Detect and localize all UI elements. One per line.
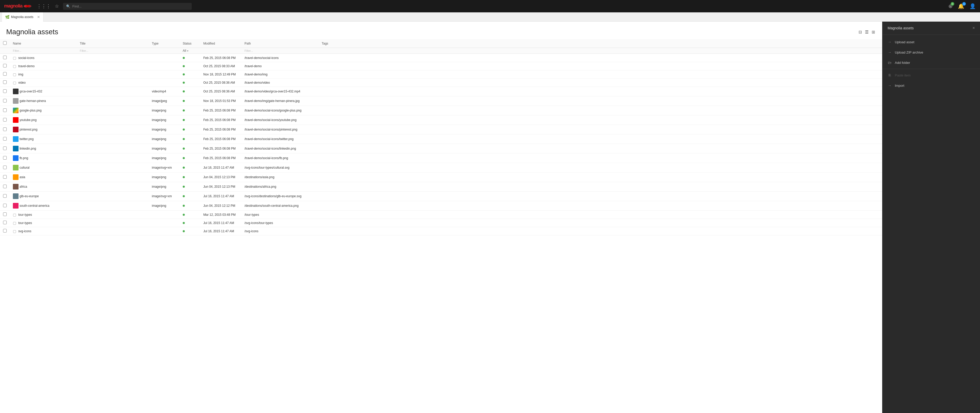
row-checkbox[interactable] [3, 72, 7, 76]
table-row[interactable]: linkedin.png image/png Feb 25, 2015 06:0… [0, 144, 882, 153]
col-header-type[interactable]: Type [149, 39, 180, 48]
row-name[interactable]: travel-demo [18, 64, 35, 68]
row-checkbox-cell[interactable] [0, 144, 10, 153]
table-row[interactable]: africa image/png Jun 04, 2015 12:13 PM /… [0, 182, 882, 191]
row-name[interactable]: img [18, 73, 23, 76]
table-row[interactable]: grca-over15-432 video/mp4 Oct 25, 2015 0… [0, 87, 882, 96]
row-checkbox-cell[interactable] [0, 106, 10, 115]
tab-magnolia-assets[interactable]: 🌿 Magnolia assets ✕ [2, 12, 43, 22]
row-checkbox-cell[interactable] [0, 182, 10, 191]
row-checkbox-cell[interactable] [0, 134, 10, 144]
row-checkbox[interactable] [3, 221, 7, 224]
table-row[interactable]: ▢ svg-icons Jul 16, 2015 11:47 AM /svg-i… [0, 227, 882, 235]
user-menu[interactable]: 👤 [969, 3, 976, 9]
table-row[interactable]: gate-hernan-pinera image/jpeg Nov 18, 20… [0, 96, 882, 106]
row-name[interactable]: south-central-america [19, 204, 49, 207]
table-row[interactable]: glb-eu-europe image/svg+xm Jul 16, 2015 … [0, 191, 882, 201]
row-checkbox-cell[interactable] [0, 62, 10, 70]
row-checkbox-cell[interactable] [0, 125, 10, 134]
tab-close-button[interactable]: ✕ [37, 15, 40, 19]
row-checkbox-cell[interactable] [0, 227, 10, 235]
row-name[interactable]: fb.png [19, 156, 28, 160]
row-name[interactable]: youtube.png [19, 118, 37, 122]
row-name[interactable]: tour-types [18, 221, 32, 225]
row-checkbox-cell[interactable] [0, 163, 10, 172]
action-upload-zip[interactable]: → Upload ZIP archive [883, 47, 980, 57]
row-name[interactable]: twitter.png [19, 137, 34, 141]
pulse-button[interactable]: ⊕ 0 [948, 3, 953, 9]
filter-status-cell[interactable]: All ▾ [180, 48, 200, 54]
table-row[interactable]: fb.png image/png Feb 25, 2015 06:08 PM /… [0, 153, 882, 163]
search-bar[interactable]: 🔍 [63, 3, 192, 10]
row-checkbox-cell[interactable] [0, 172, 10, 182]
row-checkbox-cell[interactable] [0, 70, 10, 78]
row-checkbox-cell[interactable] [0, 87, 10, 96]
row-checkbox[interactable] [3, 185, 7, 188]
filter-title-input[interactable] [80, 49, 146, 52]
row-checkbox[interactable] [3, 204, 7, 207]
filter-path-input[interactable] [245, 49, 315, 52]
col-header-tags[interactable]: Tags [318, 39, 882, 48]
action-import[interactable]: → Import [883, 80, 980, 91]
row-checkbox[interactable] [3, 212, 7, 216]
col-header-title[interactable]: Title [77, 39, 149, 48]
table-row[interactable]: ▢ video Oct 25, 2015 08:36 AM /travel-de… [0, 78, 882, 87]
row-checkbox-cell[interactable] [0, 201, 10, 210]
row-name[interactable]: gate-hernan-pinera [19, 99, 46, 103]
filter-name-input[interactable] [13, 49, 73, 52]
row-checkbox[interactable] [3, 156, 7, 159]
favorites-icon[interactable]: ☆ [55, 3, 59, 9]
table-row[interactable]: ▢ tour-types Jul 16, 2015 11:47 AM /svg-… [0, 219, 882, 227]
collapse-view-button[interactable]: ⊟ [858, 29, 863, 35]
filter-title-cell[interactable] [77, 48, 149, 54]
row-name[interactable]: pinterest.png [19, 128, 37, 131]
row-name[interactable]: asia [19, 175, 25, 179]
col-header-name[interactable]: Name [10, 39, 77, 48]
row-checkbox[interactable] [3, 108, 7, 112]
row-name[interactable]: tour-types [18, 213, 32, 217]
apps-icon[interactable]: ⋮⋮⋮ [37, 3, 51, 9]
table-row[interactable]: ▢ social-icons Feb 25, 2015 06:08 PM /tr… [0, 54, 882, 62]
row-name[interactable]: linkedin.png [19, 147, 36, 150]
row-checkbox[interactable] [3, 99, 7, 102]
row-checkbox[interactable] [3, 175, 7, 179]
select-all-checkbox[interactable] [3, 41, 7, 45]
row-checkbox-cell[interactable] [0, 153, 10, 163]
row-checkbox-cell[interactable] [0, 96, 10, 106]
row-checkbox-cell[interactable] [0, 78, 10, 87]
col-header-status[interactable]: Status [180, 39, 200, 48]
row-checkbox-cell[interactable] [0, 115, 10, 125]
row-name[interactable]: google-plus.png [19, 108, 41, 112]
table-row[interactable]: ▢ tour-types Mar 12, 2015 03:48 PM /tour… [0, 210, 882, 219]
row-checkbox[interactable] [3, 89, 7, 93]
row-name[interactable]: video [18, 81, 26, 85]
row-checkbox[interactable] [3, 166, 7, 169]
row-checkbox[interactable] [3, 194, 7, 198]
search-input[interactable] [72, 4, 189, 8]
row-checkbox[interactable] [3, 118, 7, 121]
notifications-button[interactable]: 🔔 1 [958, 3, 964, 9]
row-checkbox[interactable] [3, 64, 7, 67]
table-row[interactable]: cultural image/svg+xm Jul 16, 2015 11:47… [0, 163, 882, 172]
status-dropdown-arrow[interactable]: ▾ [187, 49, 188, 52]
row-name[interactable]: svg-icons [18, 230, 32, 233]
table-row[interactable]: youtube.png image/png Feb 25, 2015 06:08… [0, 115, 882, 125]
table-row[interactable]: google-plus.png image/png Feb 25, 2015 0… [0, 106, 882, 115]
row-checkbox-cell[interactable] [0, 54, 10, 62]
row-checkbox[interactable] [3, 229, 7, 233]
row-checkbox[interactable] [3, 128, 7, 131]
row-checkbox[interactable] [3, 80, 7, 84]
row-name[interactable]: glb-eu-europe [19, 195, 39, 198]
filter-path-cell[interactable] [242, 48, 318, 54]
row-checkbox[interactable] [3, 56, 7, 59]
row-checkbox-cell[interactable] [0, 210, 10, 219]
row-name[interactable]: grca-over15-432 [19, 89, 42, 93]
row-name[interactable]: social-icons [18, 56, 35, 60]
row-checkbox-cell[interactable] [0, 219, 10, 227]
right-panel-close-button[interactable]: × [972, 26, 975, 30]
action-add-folder[interactable]: 🗁 Add folder [883, 57, 980, 68]
action-upload-asset[interactable]: → Upload asset [883, 37, 980, 47]
col-header-path[interactable]: Path [242, 39, 318, 48]
grid-view-button[interactable]: ⊞ [870, 29, 876, 35]
col-header-modified[interactable]: Modified [200, 39, 242, 48]
